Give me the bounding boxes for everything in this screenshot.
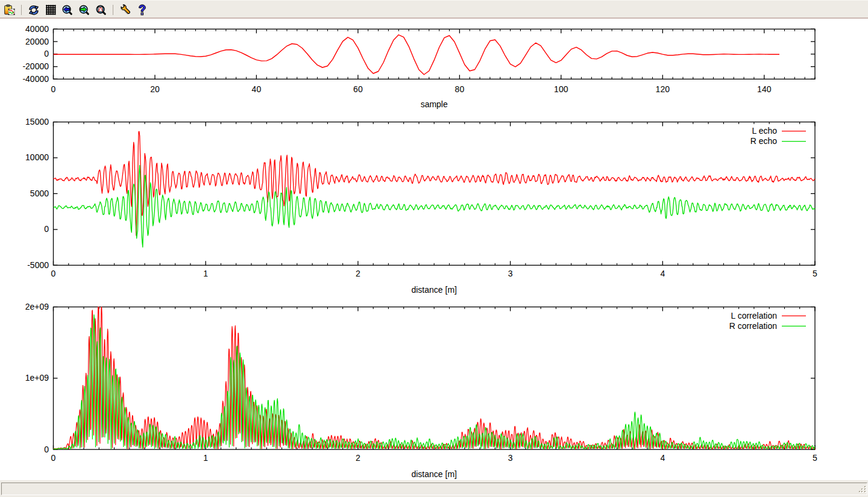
svg-text:4: 4 [660, 269, 665, 278]
svg-text:140: 140 [757, 84, 772, 94]
svg-text:2e+09: 2e+09 [25, 302, 49, 311]
svg-text:3: 3 [508, 269, 513, 278]
svg-text:60: 60 [353, 84, 363, 94]
svg-text:L correlation: L correlation [731, 311, 777, 320]
svg-text:distance [m]: distance [m] [411, 285, 456, 295]
svg-text:40000: 40000 [25, 24, 49, 34]
svg-text:L echo: L echo [752, 126, 777, 136]
svg-text:sample: sample [421, 99, 448, 109]
svg-text:3: 3 [508, 453, 513, 463]
svg-text:-20000: -20000 [22, 61, 49, 71]
svg-text:2: 2 [356, 453, 360, 463]
svg-text:120: 120 [656, 84, 670, 94]
svg-text:0: 0 [51, 84, 56, 94]
svg-text:0: 0 [44, 224, 49, 234]
svg-text:4: 4 [660, 453, 665, 463]
svg-text:5000: 5000 [30, 189, 49, 198]
svg-text:-40000: -40000 [22, 74, 49, 84]
svg-text:0: 0 [44, 445, 49, 454]
svg-text:R correlation: R correlation [729, 321, 777, 331]
svg-text:2: 2 [356, 269, 360, 278]
svg-text:1: 1 [203, 453, 208, 463]
svg-text:20000: 20000 [25, 37, 49, 46]
svg-text:80: 80 [455, 84, 465, 94]
svg-text:0: 0 [51, 453, 56, 463]
svg-text:1e+09: 1e+09 [25, 373, 49, 383]
svg-text:1: 1 [203, 269, 208, 278]
svg-text:5: 5 [813, 453, 817, 463]
svg-text:100: 100 [554, 84, 568, 94]
svg-text:0: 0 [51, 269, 56, 278]
svg-text:0: 0 [44, 49, 49, 58]
svg-text:20: 20 [150, 84, 160, 94]
svg-text:5: 5 [813, 269, 817, 278]
svg-text:R echo: R echo [750, 136, 778, 146]
svg-text:40: 40 [252, 84, 262, 94]
svg-text:distance [m]: distance [m] [411, 469, 456, 479]
svg-text:15000: 15000 [25, 117, 49, 127]
svg-text:-5000: -5000 [27, 260, 49, 270]
svg-text:10000: 10000 [25, 152, 49, 162]
